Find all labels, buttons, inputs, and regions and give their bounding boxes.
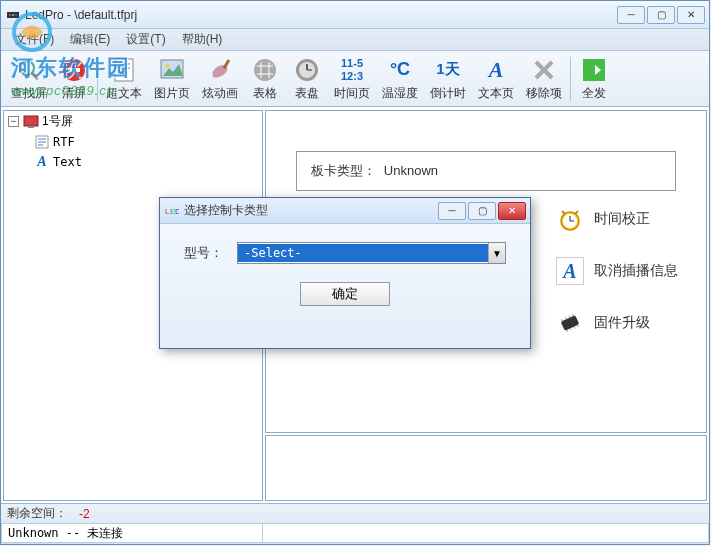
minimize-button[interactable]: ─ (617, 6, 645, 24)
card-type-box: 板卡类型： Unknown (296, 151, 676, 191)
dialog-icon: LED (164, 203, 180, 219)
select-value: -Select- (238, 244, 488, 262)
svg-line-48 (578, 325, 579, 327)
dialog-maximize-button[interactable]: ▢ (468, 202, 496, 220)
select-card-dialog: LED 选择控制卡类型 ─ ▢ ✕ 型号： -Select- ▼ 确定 (159, 197, 531, 349)
toolbar: 查找屏 清屏 超文本 图片页 炫动画 表格 表盘 11-5 (1, 51, 709, 107)
status-remaining: 剩余空间： -2 (1, 504, 709, 524)
main-window: LedPro - \default.tfprj ─ ▢ ✕ 河东软件园 www.… (0, 0, 710, 545)
collapse-icon[interactable]: − (8, 116, 19, 127)
close-button[interactable]: ✕ (677, 6, 705, 24)
dialog-minimize-button[interactable]: ─ (438, 202, 466, 220)
bottom-panel (265, 435, 707, 501)
svg-line-6 (32, 73, 38, 79)
cancel-broadcast-action[interactable]: A 取消插播信息 (556, 257, 678, 285)
menu-help[interactable]: 帮助(H) (174, 31, 231, 48)
text-page-button[interactable]: A 文本页 (472, 54, 520, 104)
svg-line-43 (569, 316, 570, 318)
super-text-button[interactable]: 超文本 (100, 54, 148, 104)
time-correct-action[interactable]: 时间校正 (556, 205, 678, 233)
app-icon (5, 7, 21, 23)
dialog-close-button[interactable]: ✕ (498, 202, 526, 220)
model-select[interactable]: -Select- ▼ (237, 242, 506, 264)
window-title: LedPro - \default.tfprj (25, 8, 617, 22)
picture-icon (158, 56, 186, 84)
table-button[interactable]: 表格 (244, 54, 286, 104)
letter-a-icon: A (482, 56, 510, 84)
remove-button[interactable]: 移除项 (520, 54, 568, 104)
temp-humid-button[interactable]: °C 温湿度 (376, 54, 424, 104)
status-empty (263, 524, 709, 543)
letter-a-blue-icon: A (556, 257, 584, 285)
menu-edit[interactable]: 编辑(E) (62, 31, 118, 48)
menu-setup[interactable]: 设置(T) (118, 31, 173, 48)
alarm-clock-icon (556, 205, 584, 233)
animation-button[interactable]: 炫动画 (196, 54, 244, 104)
status-connection: Unknown -- 未连接 (1, 524, 263, 543)
clear-screen-button[interactable]: 清屏 (53, 54, 95, 104)
svg-point-5 (20, 61, 34, 75)
ok-button[interactable]: 确定 (300, 282, 390, 306)
time-page-button[interactable]: 11-5 12:3 时间页 (328, 54, 376, 104)
tree-item-rtf[interactable]: RTF (30, 132, 262, 152)
svg-rect-29 (28, 126, 34, 128)
card-type-value: Unknown (384, 163, 438, 178)
tree-item-text[interactable]: A Text (30, 152, 262, 172)
svg-rect-9 (115, 59, 133, 81)
status-bar: 剩余空间： -2 Unknown -- 未连接 (1, 503, 709, 543)
separator (570, 57, 571, 101)
menu-file[interactable]: 文件(F) (7, 31, 62, 48)
svg-point-3 (15, 14, 17, 16)
svg-point-16 (254, 59, 276, 81)
svg-rect-27 (583, 59, 605, 81)
svg-point-2 (12, 14, 14, 16)
remaining-value: -2 (79, 507, 90, 521)
grid-icon (251, 56, 279, 84)
maximize-button[interactable]: ▢ (647, 6, 675, 24)
separator (97, 57, 98, 101)
stop-icon (60, 56, 88, 84)
svg-text:D: D (175, 207, 179, 216)
svg-rect-8 (68, 68, 80, 72)
window-controls: ─ ▢ ✕ (617, 6, 705, 24)
dialog-title: 选择控制卡类型 (184, 202, 438, 219)
image-page-button[interactable]: 图片页 (148, 54, 196, 104)
delete-x-icon (530, 56, 558, 84)
svg-point-1 (9, 14, 11, 16)
arrow-right-icon (580, 56, 608, 84)
side-actions: 时间校正 A 取消插播信息 固件升级 (556, 205, 678, 337)
title-bar: LedPro - \default.tfprj ─ ▢ ✕ (1, 1, 709, 29)
dialog-body: 型号： -Select- ▼ 确定 (160, 224, 530, 324)
magnifier-icon (15, 56, 43, 84)
find-screen-button[interactable]: 查找屏 (5, 54, 53, 104)
svg-line-41 (562, 319, 563, 321)
svg-rect-28 (24, 116, 38, 126)
document-icon (110, 56, 138, 84)
card-type-label: 板卡类型： (311, 163, 376, 178)
paint-icon (206, 56, 234, 84)
svg-line-38 (562, 211, 565, 214)
screen-icon (23, 114, 39, 130)
celsius-icon: °C (386, 56, 414, 84)
firmware-upgrade-action[interactable]: 固件升级 (556, 309, 678, 337)
svg-line-46 (570, 328, 571, 330)
svg-line-39 (575, 211, 578, 214)
countdown-button[interactable]: 1天 倒计时 (424, 54, 472, 104)
send-all-button[interactable]: 全发 (573, 54, 615, 104)
rtf-icon (34, 134, 50, 150)
tree-root-screen[interactable]: − 1号屏 (4, 111, 262, 132)
model-label: 型号： (184, 244, 223, 262)
svg-point-14 (165, 64, 169, 68)
svg-line-45 (567, 330, 568, 332)
svg-line-44 (572, 314, 573, 316)
dial-button[interactable]: 表盘 (286, 54, 328, 104)
svg-line-47 (574, 327, 575, 329)
time-digits-icon: 11-5 12:3 (338, 56, 366, 84)
clock-dial-icon (293, 56, 321, 84)
countdown-icon: 1天 (434, 56, 462, 84)
chip-icon (556, 309, 584, 337)
text-a-icon: A (34, 154, 50, 170)
dialog-title-bar: LED 选择控制卡类型 ─ ▢ ✕ (160, 198, 530, 224)
svg-line-42 (565, 318, 566, 320)
chevron-down-icon[interactable]: ▼ (488, 243, 505, 263)
